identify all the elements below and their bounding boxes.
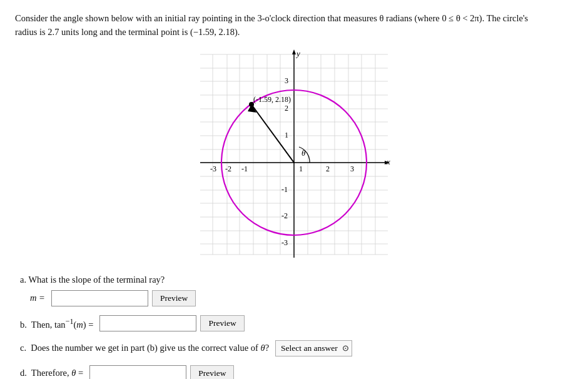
svg-text:-3: -3 — [281, 238, 288, 247]
part-a-row: a. What is the slope of the terminal ray… — [20, 275, 573, 285]
part-b-preview-button[interactable]: Preview — [200, 315, 244, 331]
part-a-label: a. What is the slope of the terminal ray… — [20, 275, 165, 285]
svg-text:-1: -1 — [281, 185, 288, 194]
part-a-eq: m = — [30, 293, 45, 303]
part-a-preview-button[interactable]: Preview — [152, 290, 196, 306]
svg-text:x: x — [386, 157, 390, 166]
part-d-row: d. Therefore, θ = Preview — [20, 365, 573, 379]
part-c-select-wrap: Select an answer Yes No ⊙ — [275, 340, 352, 356]
svg-text:-3: -3 — [210, 164, 216, 173]
part-a-input[interactable] — [51, 290, 148, 306]
part-c-row: c. Does the number we get in part (b) gi… — [20, 340, 573, 356]
coordinate-graph: x y -3 -2 -1 1 2 3 3 2 1 -1 -2 -3 — [194, 48, 394, 261]
svg-text:2: 2 — [285, 104, 288, 113]
graph-wrap: x y -3 -2 -1 1 2 3 3 2 1 -1 -2 -3 — [194, 48, 394, 261]
part-b-sup: −1 — [66, 317, 74, 326]
svg-text:y: y — [295, 49, 300, 58]
svg-text:-2: -2 — [225, 164, 231, 173]
part-d-label: d. Therefore, θ = — [20, 368, 83, 378]
svg-text:2: 2 — [326, 164, 330, 173]
svg-text:(-1.59, 2.18): (-1.59, 2.18) — [253, 95, 291, 104]
part-b-row: b. Then, tan−1(m) = Preview — [20, 315, 573, 331]
problem-text: Consider the angle shown below with an i… — [15, 11, 573, 39]
part-d-preview-button[interactable]: Preview — [190, 365, 234, 379]
part-c-select[interactable]: Select an answer Yes No — [275, 340, 352, 356]
svg-text:3: 3 — [285, 76, 288, 85]
parts-section: a. What is the slope of the terminal ray… — [15, 275, 573, 379]
part-c-label: c. Does the number we get in part (b) gi… — [20, 343, 269, 353]
part-b-input[interactable] — [99, 315, 196, 331]
part-a-input-row: m = Preview — [30, 290, 573, 306]
graph-container: x y -3 -2 -1 1 2 3 3 2 1 -1 -2 -3 — [15, 48, 573, 261]
part-b-label: b. Then, tan−1(m) = — [20, 317, 93, 330]
svg-text:-2: -2 — [281, 211, 288, 220]
svg-text:-1: -1 — [241, 164, 248, 173]
svg-text:1: 1 — [299, 164, 303, 173]
svg-text:1: 1 — [285, 131, 288, 139]
svg-text:3: 3 — [350, 164, 354, 173]
part-d-input[interactable] — [89, 365, 186, 379]
svg-marker-32 — [292, 49, 296, 54]
